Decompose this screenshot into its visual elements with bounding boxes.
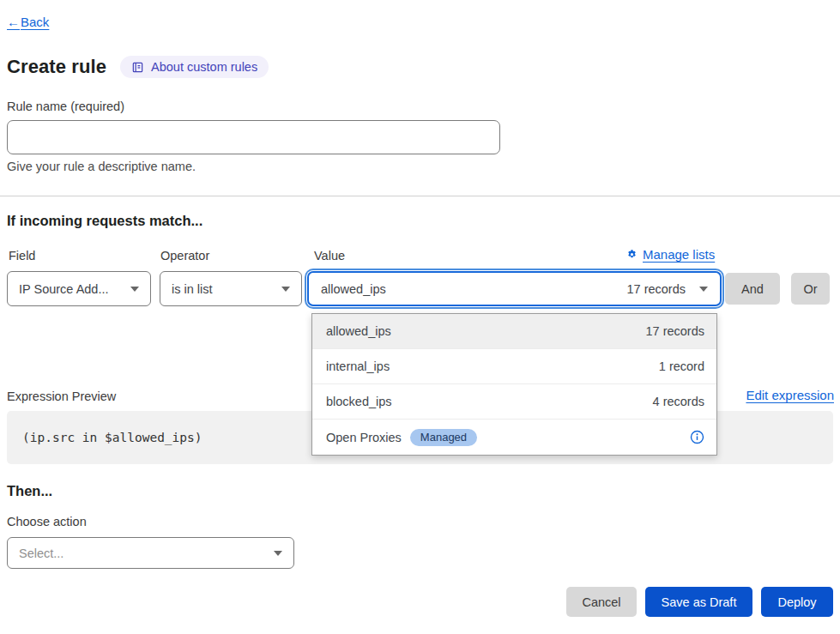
field-select[interactable]: IP Source Add... (7, 271, 151, 306)
about-badge-label: About custom rules (151, 60, 257, 74)
list-item-blocked-ips[interactable]: blocked_ips 4 records (312, 384, 716, 420)
title-row: Create rule About custom rules (7, 56, 269, 78)
field-column-label: Field (9, 249, 35, 263)
footer-actions: Cancel Save as Draft Deploy (566, 587, 833, 617)
chevron-down-icon (699, 287, 708, 292)
rule-name-input[interactable] (7, 120, 500, 154)
managed-badge: Managed (410, 429, 477, 446)
chevron-down-icon (130, 287, 139, 292)
create-rule-page: ←Back Create rule About custom rules Rul… (0, 0, 840, 634)
save-as-draft-button[interactable]: Save as Draft (645, 587, 752, 617)
book-icon (131, 61, 144, 74)
list-item-records: 17 records (645, 324, 704, 338)
back-label: Back (21, 15, 49, 29)
list-item-name: allowed_ips (326, 324, 391, 338)
operator-column-label: Operator (160, 249, 209, 263)
and-button[interactable]: And (725, 273, 780, 305)
value-dropdown-panel: allowed_ips 17 records internal_ips 1 re… (311, 313, 717, 456)
rule-name-helper: Give your rule a descriptive name. (7, 160, 196, 173)
info-icon[interactable] (690, 430, 704, 444)
operator-select[interactable]: is in list (160, 271, 302, 306)
expression-code: (ip.src in $allowed_ips) (22, 431, 202, 444)
back-arrow-icon: ← (7, 15, 20, 29)
then-heading: Then... (7, 483, 52, 499)
page-title: Create rule (7, 56, 106, 78)
list-item-internal-ips[interactable]: internal_ips 1 record (312, 349, 716, 384)
list-item-name: Open Proxies (326, 431, 402, 444)
choose-action-label: Choose action (7, 515, 87, 528)
deploy-button[interactable]: Deploy (761, 587, 833, 617)
about-custom-rules-link[interactable]: About custom rules (120, 56, 269, 78)
action-select-placeholder: Select... (19, 546, 63, 560)
gear-icon (626, 249, 638, 260)
list-item-records: 4 records (653, 395, 704, 408)
list-item-records: 1 record (659, 359, 704, 373)
list-item-open-proxies[interactable]: Open Proxies Managed (312, 420, 716, 455)
edit-expression-link[interactable]: Edit expression (746, 388, 834, 402)
back-link[interactable]: ←Back (7, 15, 49, 29)
expression-preview-label: Expression Preview (7, 389, 116, 403)
or-button[interactable]: Or (791, 273, 830, 305)
rule-name-label: Rule name (required) (7, 100, 124, 113)
list-item-name: blocked_ips (326, 395, 392, 408)
cancel-button[interactable]: Cancel (566, 587, 637, 617)
list-item-allowed-ips[interactable]: allowed_ips 17 records (312, 314, 716, 349)
operator-select-value: is in list (172, 282, 213, 296)
value-select-records: 17 records (626, 282, 686, 296)
value-column-label: Value (314, 249, 345, 263)
section-divider (0, 196, 840, 196)
action-select[interactable]: Select... (7, 537, 294, 569)
manage-lists-label: Manage lists (643, 247, 715, 262)
match-heading: If incoming requests match... (7, 213, 202, 229)
chevron-down-icon (274, 551, 282, 556)
list-item-name: internal_ips (326, 359, 390, 373)
chevron-down-icon (281, 287, 290, 292)
value-select[interactable]: allowed_ips 17 records (307, 271, 722, 306)
manage-lists-link[interactable]: Manage lists (626, 247, 715, 262)
field-select-value: IP Source Add... (19, 282, 109, 296)
value-select-name: allowed_ips (321, 282, 386, 296)
